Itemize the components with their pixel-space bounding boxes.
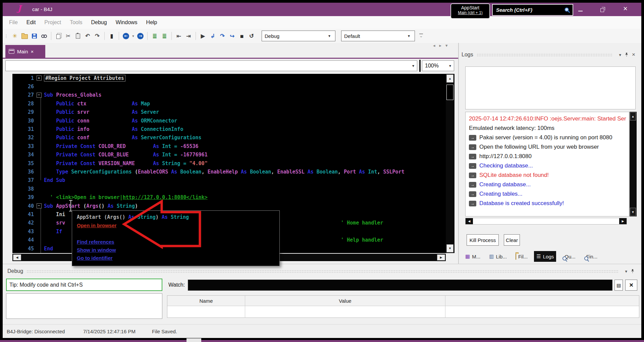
logs-filter-box[interactable] (465, 66, 636, 109)
close-icon[interactable]: × (632, 51, 635, 58)
pin-icon[interactable] (631, 269, 635, 274)
build-config-select[interactable]: Default▾ (341, 31, 415, 41)
fold-toggle-icon[interactable]: − (34, 203, 44, 208)
tab-scroll-left-icon[interactable]: ◂ (433, 43, 435, 48)
scroll-right-icon[interactable]: ▶ (437, 254, 445, 260)
menu-file[interactable]: File (5, 19, 22, 26)
tab-libraries[interactable]: ▥Lib... (487, 251, 509, 262)
editor-vertical-scrollbar[interactable]: ▲ ▼ (446, 74, 454, 253)
code-line[interactable]: 1+#Region Project Attributes (12, 74, 446, 82)
chevron-down-icon[interactable]: ▾ (619, 52, 622, 57)
search-input[interactable]: Search (Ctrl+F) (492, 4, 573, 16)
tab-close-icon[interactable]: × (31, 49, 34, 54)
code-line[interactable]: 28 Public ctx As Map (12, 99, 446, 108)
panel-drag-dots[interactable] (477, 53, 612, 57)
step-into-icon[interactable]: ↲ (208, 32, 217, 40)
log-message[interactable]: →Checking database... (466, 161, 629, 170)
tab-main[interactable]: Main × (5, 45, 45, 58)
logs-horizontal-scrollbar[interactable]: ◀ ▶ (465, 218, 627, 225)
log-message[interactable]: →Pakai server (version = 4.00) is runnin… (466, 133, 629, 142)
search-icon[interactable] (564, 7, 571, 13)
scroll-up-icon[interactable]: ▲ (630, 112, 636, 120)
scroll-up-icon[interactable]: ▲ (446, 75, 453, 83)
quick-nav-overlay[interactable]: AppStart Main (ctrl + 1) (450, 3, 490, 19)
logs-vertical-scrollbar[interactable]: ▲ ▼ (630, 112, 637, 216)
fold-toggle-icon[interactable]: − (34, 93, 44, 98)
pane-divider[interactable] (458, 43, 459, 264)
new-file-icon[interactable]: ✳ (10, 32, 19, 40)
tab-modules[interactable]: ▦M... (463, 251, 483, 262)
menu-windows[interactable]: Windows (111, 19, 142, 26)
tooltip-link-show-in-window[interactable]: Show in window (77, 247, 116, 253)
code-line[interactable]: 26 (12, 82, 446, 91)
code-line[interactable]: 27−Sub Process_Globals (12, 91, 446, 99)
code-line[interactable]: 29 Public srvr As Server (12, 108, 446, 116)
watch-clear-button[interactable]: × (625, 280, 637, 291)
chevron-down-icon[interactable]: ▾ (625, 269, 627, 274)
minimize-button[interactable] (578, 11, 583, 11)
scroll-left-icon[interactable]: ◀ (13, 254, 21, 260)
member-navigator-select[interactable]: ▾ (5, 60, 417, 71)
scroll-left-icon[interactable]: ◀ (466, 218, 473, 224)
toolbar-overflow-icon[interactable]: ⌄ (419, 34, 423, 38)
watch-list-button[interactable]: ▤ (614, 280, 623, 291)
menu-project[interactable]: Project (40, 19, 65, 26)
chevron-down-icon[interactable]: ▾ (408, 34, 415, 38)
fold-toggle-icon[interactable]: + (34, 76, 44, 81)
tab-files[interactable]: Fil... (513, 251, 530, 262)
run-icon[interactable]: ▶ (199, 32, 207, 40)
code-line[interactable]: 35 Private Const VERSION_NAME As String … (12, 159, 446, 167)
code-line[interactable]: 30 Public conn As ORMConnector (12, 116, 446, 125)
code-line[interactable]: 31 Public info As ConnectionInfo (12, 125, 446, 133)
code-line[interactable]: 38 (12, 185, 446, 193)
menu-edit[interactable]: Edit (22, 19, 40, 26)
smart-indent-icon[interactable]: ≣ (160, 32, 169, 40)
log-message[interactable]: 2025-07-14 12:47:26.610:INFO :oejs.Serve… (466, 114, 629, 124)
tab-scroll-right-icon[interactable]: ▸ (439, 43, 442, 48)
copy-icon[interactable] (54, 32, 63, 40)
log-message[interactable]: →Open the following URL from your web br… (466, 142, 629, 152)
log-message[interactable]: →Creating tables... (466, 189, 629, 199)
code-line[interactable]: 32 Public conf As ServerConfigurations (12, 134, 446, 142)
navigate-forward-icon[interactable]: → (137, 33, 144, 39)
chevron-down-icon[interactable]: ▾ (328, 34, 335, 38)
code-line[interactable]: 40−Sub AppStart (Args() As String) (12, 202, 446, 210)
close-button[interactable]: × (623, 4, 628, 13)
scroll-right-icon[interactable]: ▶ (619, 218, 627, 224)
kill-process-button[interactable]: Kill Process (467, 234, 499, 246)
redo-icon[interactable]: ↷ (93, 32, 102, 40)
tooltip-link-find-references[interactable]: Find references (77, 239, 114, 245)
menu-help[interactable]: Help (142, 19, 162, 26)
code-line[interactable]: 36 Type ServerConfigurations (EnableCORS… (12, 167, 446, 176)
log-message[interactable]: →SQLite database not found! (466, 170, 629, 180)
uncomment-icon[interactable]: ⇥ (184, 32, 193, 40)
code-line[interactable]: 39 ' <link>Open in browser|http://127.0.… (12, 193, 446, 201)
menu-tools[interactable]: Tools (65, 19, 87, 26)
clear-logs-button[interactable]: Clear (504, 234, 520, 246)
run-mode-select[interactable]: Debug▾ (262, 31, 335, 41)
open-project-icon[interactable] (20, 32, 29, 40)
pin-icon[interactable] (625, 52, 629, 57)
restore-button[interactable] (600, 8, 604, 12)
tab-list-icon[interactable]: ▾ (445, 43, 448, 48)
step-over-icon[interactable]: ↷ (218, 32, 227, 40)
watch-table-row[interactable] (167, 306, 639, 318)
menu-debug[interactable]: Debug (87, 19, 111, 26)
chevron-down-icon[interactable]: ▾ (446, 63, 454, 68)
save-icon[interactable] (30, 32, 39, 40)
cut-icon[interactable]: ✂ (64, 32, 72, 40)
find-in-modules-icon[interactable] (40, 32, 48, 40)
tab-find-references[interactable]: Fin... (582, 251, 600, 262)
bookmark-icon[interactable]: ▮ (107, 32, 116, 40)
reindent-icon[interactable]: ≣ (150, 32, 159, 40)
tab-quick-search[interactable]: Qu... (560, 251, 578, 262)
panel-drag-dots[interactable] (26, 270, 618, 273)
code-line[interactable]: 34 Private Const COLOR_BLUE As Int = -16… (12, 151, 446, 159)
paste-icon[interactable] (73, 32, 82, 40)
log-message[interactable]: →Database is created successfully! (466, 199, 629, 208)
back-history-icon[interactable]: ▾ (131, 32, 135, 40)
tooltip-link-open-in-browser[interactable]: Open in browser (77, 223, 116, 228)
step-out-icon[interactable]: ↪ (228, 32, 236, 40)
scrollbar-thumb[interactable] (446, 85, 453, 100)
log-message[interactable]: →http://127.0.0.1:8080 (466, 152, 629, 161)
